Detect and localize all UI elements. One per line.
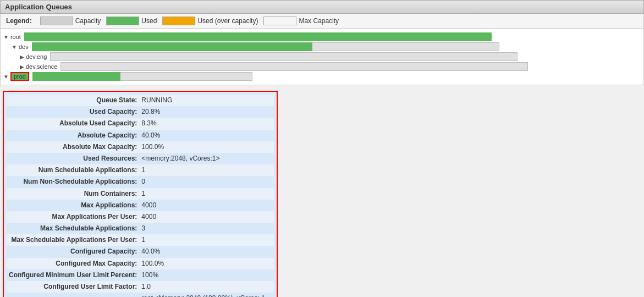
queue-label-dev: dev: [19, 43, 29, 50]
queue-bar-dev-eng: [50, 52, 518, 61]
legend-box-max-capacity: [263, 16, 296, 25]
info-field-label: Queue State:: [7, 95, 139, 106]
legend-item-capacity: Capacity: [40, 16, 101, 25]
info-field-label: Max Schedulable Applications:: [7, 223, 139, 234]
legend-box-over-capacity: [162, 16, 195, 25]
legend-item-over-capacity: Used (over capacity): [162, 16, 258, 25]
app-queues-header: Application Queues: [0, 0, 644, 14]
legend-label: Legend:: [6, 17, 32, 25]
info-field-value: 20.8%: [139, 106, 274, 118]
queue-bar-root: [24, 32, 492, 41]
queue-toggle-dev-science[interactable]: ▶: [20, 64, 24, 70]
legend-label-max-capacity: Max Capacity: [299, 17, 339, 25]
info-field-value: <memory:2048, vCores:1>: [139, 153, 274, 164]
info-field-value: 100.0%: [139, 141, 274, 153]
legend-box-capacity: [40, 16, 73, 25]
queue-toggle-root[interactable]: ▼: [3, 34, 9, 40]
info-field-value: 1: [139, 188, 274, 200]
info-field-label: Num Non-Schedulable Applications:: [7, 176, 139, 188]
info-field-value: 1: [139, 164, 274, 176]
legend-item-max-capacity: Max Capacity: [263, 16, 339, 25]
queue-bar-dev: [32, 42, 499, 51]
info-field-value: 100.0%: [139, 258, 274, 270]
info-field-value: 3: [139, 223, 274, 234]
info-field-label: Configured Minimum User Limit Percent:: [7, 270, 139, 281]
info-field-label: Absolute Used Capacity:: [7, 118, 139, 129]
info-field-label: Num Containers:: [7, 188, 139, 200]
info-field-value: 1: [139, 234, 274, 246]
queue-row-prod[interactable]: ▼ prod: [3, 72, 641, 81]
legend-bar: Legend: Capacity Used Used (over capacit…: [0, 14, 644, 29]
info-field-value: 8.3%: [139, 118, 274, 129]
info-field-label: Max Applications:: [7, 200, 139, 211]
queue-toggle-prod[interactable]: ▼: [3, 74, 9, 80]
legend-label-over-capacity: Used (over capacity): [197, 17, 258, 25]
queue-label-dev-eng: dev.eng: [26, 53, 47, 60]
info-field-label: Configured User Limit Factor:: [7, 281, 139, 293]
queue-bar-prod: [32, 72, 252, 81]
legend-box-used: [106, 16, 139, 25]
info-field-label: Configured Capacity:: [7, 246, 139, 257]
info-field-value: 1.0: [139, 281, 274, 293]
legend-label-capacity: Capacity: [75, 17, 101, 25]
queue-info-panel: Queue State:RUNNINGUsed Capacity:20.8%Ab…: [3, 91, 278, 297]
info-field-value: RUNNING: [139, 95, 274, 106]
info-field-label: Used Resources:: [7, 153, 139, 164]
info-field-value: 40.0%: [139, 246, 274, 257]
info-field-value: 4000: [139, 200, 274, 211]
info-field-label: Max Applications Per User:: [7, 211, 139, 223]
legend-item-used: Used: [106, 16, 157, 25]
info-field-label: Max Schedulable Applications Per User:: [7, 234, 139, 246]
info-field-label: Configured Max Capacity:: [7, 258, 139, 270]
queue-bar-dev-science: [60, 62, 528, 71]
queue-row-dev-eng[interactable]: ▶ dev.eng: [20, 52, 641, 61]
queue-label-root: root: [10, 34, 21, 40]
queue-row-dev-science[interactable]: ▶ dev.science: [20, 62, 641, 71]
info-field-value: 4000: [139, 211, 274, 223]
info-field-label: Used Capacity:: [7, 106, 139, 118]
queue-label-prod: prod: [10, 72, 29, 81]
info-field-value: 40.0%: [139, 130, 274, 141]
queue-toggle-dev-eng[interactable]: ▶: [20, 54, 24, 60]
queue-toggle-dev[interactable]: ▼: [12, 44, 17, 50]
legend-label-used: Used: [141, 17, 157, 25]
info-field-value: 0: [139, 176, 274, 188]
queue-label-dev-science: dev.science: [26, 63, 57, 70]
queues-container: ▼ root ▼ dev ▶ dev.eng ▶ dev.science: [0, 29, 644, 85]
header-title: Application Queues: [5, 3, 72, 11]
queue-row-dev[interactable]: ▼ dev: [12, 42, 641, 51]
info-field-label: Num Schedulable Applications:: [7, 164, 139, 176]
info-field-label: Active Users:: [7, 293, 139, 297]
info-field-value: root <Memory: 2048 (100.00%), vCores: 1 …: [139, 293, 274, 297]
queue-row-root[interactable]: ▼ root: [3, 32, 641, 41]
info-field-value: 100%: [139, 270, 274, 281]
queue-info-table: Queue State:RUNNINGUsed Capacity:20.8%Ab…: [7, 95, 274, 297]
info-field-label: Absolute Max Capacity:: [7, 141, 139, 153]
info-field-label: Absolute Capacity:: [7, 130, 139, 141]
